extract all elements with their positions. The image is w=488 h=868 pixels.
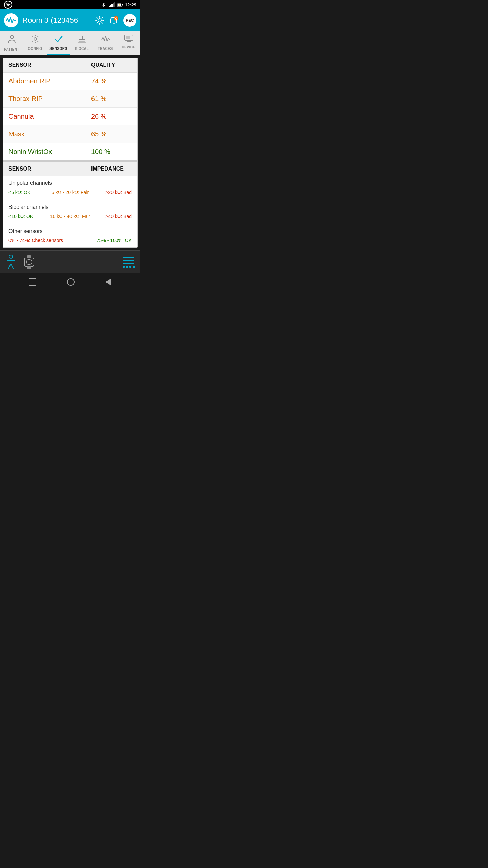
tab-patient-label: PATIENT — [4, 47, 19, 51]
sensor-name-cannula: Cannula — [8, 113, 91, 120]
table-row: Abdomen RIP 74 % — [3, 73, 137, 90]
back-icon — [105, 278, 111, 286]
sensor-name-abdomen: Abdomen RIP — [8, 77, 91, 85]
android-nav-bar — [0, 273, 140, 291]
sensor-quality-cannula: 26 % — [91, 113, 132, 120]
bipolar-legend: Bipolar channels <10 kΩ: OK 10 kΩ - 40 k… — [3, 200, 137, 224]
svg-rect-19 — [126, 36, 130, 39]
list-view-button[interactable] — [123, 257, 135, 268]
unipolar-legend-row: <5 kΩ: OK 5 kΩ - 20 kΩ: Fair >20 kΩ: Bad — [8, 190, 132, 195]
tab-traces-label: TRACES — [98, 47, 113, 51]
bipolar-bad: >40 kΩ: Bad — [91, 214, 132, 219]
app-logo-small — [4, 1, 12, 9]
rec-button[interactable]: REC — [123, 14, 136, 27]
sensor-name-nonin: Nonin WristOx — [8, 148, 91, 156]
svg-rect-4 — [114, 2, 115, 7]
status-bar-left — [4, 1, 12, 9]
table-row: Thorax RIP 61 % — [3, 90, 137, 108]
sensor-quality-section: SENSOR QUALITY Abdomen RIP 74 % Thorax R… — [3, 58, 137, 176]
header-bar: Room 3 (123456 REC — [0, 9, 140, 31]
unipolar-bad: >20 kΩ: Bad — [91, 190, 132, 195]
bipolar-ok: <10 kΩ: OK — [8, 214, 49, 219]
alert-button[interactable] — [109, 16, 119, 25]
other-sensors: Other sensors 0% - 74%: Check sensors 75… — [3, 224, 137, 247]
header-title: Room 3 (123456 — [22, 16, 91, 25]
unipolar-legend: Unipolar channels <5 kΩ: OK 5 kΩ - 20 kΩ… — [3, 176, 137, 200]
sensor-col-header: SENSOR — [8, 62, 91, 68]
body-view-button[interactable] — [5, 255, 16, 270]
sensor-quality-thorax: 61 % — [91, 95, 132, 103]
tab-patient[interactable]: PATIENT — [0, 31, 23, 54]
svg-rect-28 — [27, 266, 31, 269]
tab-config[interactable]: CONFIG — [23, 31, 47, 54]
other-sensors-row: 0% - 74%: Check sensors 75% - 100%: OK — [8, 238, 132, 243]
recent-apps-icon — [29, 278, 36, 286]
sensor-name-thorax: Thorax RIP — [8, 95, 91, 103]
tab-device-label: DEVICE — [122, 45, 135, 49]
back-button[interactable] — [105, 278, 111, 286]
main-content: SENSOR QUALITY Abdomen RIP 74 % Thorax R… — [3, 58, 138, 248]
signal-icon — [109, 2, 115, 8]
other-sensors-title: Other sensors — [8, 228, 132, 234]
svg-rect-6 — [122, 4, 123, 6]
sensor-name-mask: Mask — [8, 130, 91, 138]
home-button[interactable] — [67, 278, 75, 286]
home-icon — [67, 278, 75, 286]
battery-icon: ⚡ — [117, 2, 123, 8]
settings-button[interactable] — [95, 16, 104, 25]
quality-col-header: QUALITY — [91, 62, 132, 68]
device-icon — [124, 35, 134, 44]
bottom-nav-left — [5, 255, 123, 270]
header-logo — [4, 13, 18, 27]
sensor-quality-abdomen: 74 % — [91, 77, 132, 85]
svg-rect-13 — [79, 39, 85, 40]
list-icon — [123, 257, 135, 268]
svg-point-27 — [26, 259, 32, 265]
svg-point-9 — [98, 19, 101, 22]
recent-apps-button[interactable] — [29, 278, 36, 286]
svg-rect-2 — [111, 4, 113, 7]
patient-icon — [8, 35, 16, 46]
tab-bar: PATIENT CONFIG SENSORS BIOCAL — [0, 31, 140, 55]
bipolar-fair: 10 kΩ - 40 kΩ: Fair — [49, 214, 90, 219]
svg-rect-25 — [27, 255, 31, 258]
impedance-header: SENSOR IMPEDANCE — [3, 161, 137, 176]
tab-sensors[interactable]: SENSORS — [47, 31, 70, 55]
svg-rect-14 — [82, 36, 83, 39]
tab-biocal[interactable]: BIOCAL — [70, 31, 94, 54]
svg-rect-3 — [113, 3, 114, 7]
bipolar-legend-row: <10 kΩ: OK 10 kΩ - 40 kΩ: Fair >40 kΩ: B… — [8, 214, 132, 219]
sensors-check-icon — [54, 35, 63, 45]
svg-line-24 — [11, 264, 14, 269]
unipolar-ok: <5 kΩ: OK — [8, 190, 49, 195]
tab-biocal-label: BIOCAL — [75, 47, 89, 51]
table-row: Mask 65 % — [3, 125, 137, 143]
other-check: 0% - 74%: Check sensors — [8, 238, 70, 243]
sensor-impedance-col1: SENSOR — [8, 166, 91, 172]
config-icon — [31, 35, 40, 45]
other-ok: 75% - 100%: OK — [70, 238, 132, 243]
tab-config-label: CONFIG — [28, 47, 42, 51]
svg-point-11 — [10, 35, 14, 39]
svg-point-12 — [34, 38, 37, 40]
svg-rect-0 — [109, 6, 110, 7]
sensor-quality-mask: 65 % — [91, 130, 132, 138]
header-actions: REC — [95, 14, 136, 27]
svg-point-20 — [9, 255, 13, 258]
bluetooth-icon — [101, 2, 107, 8]
biocal-icon — [78, 35, 86, 45]
status-bar-right: ⚡ 12:29 — [101, 2, 136, 8]
tab-sensors-label: SENSORS — [49, 47, 67, 51]
tab-device[interactable]: DEVICE — [117, 31, 140, 54]
watch-view-button[interactable] — [23, 255, 35, 270]
sensor-quality-nonin: 100 % — [91, 148, 132, 156]
svg-text:⚡: ⚡ — [118, 4, 121, 6]
bottom-nav — [0, 250, 140, 273]
status-time: 12:29 — [125, 2, 136, 7]
table-row: Nonin WristOx 100 % — [3, 143, 137, 161]
svg-line-23 — [8, 264, 11, 269]
svg-marker-15 — [78, 41, 86, 43]
traces-icon — [101, 35, 110, 45]
tab-traces[interactable]: TRACES — [94, 31, 117, 54]
bottom-nav-right — [123, 257, 135, 268]
